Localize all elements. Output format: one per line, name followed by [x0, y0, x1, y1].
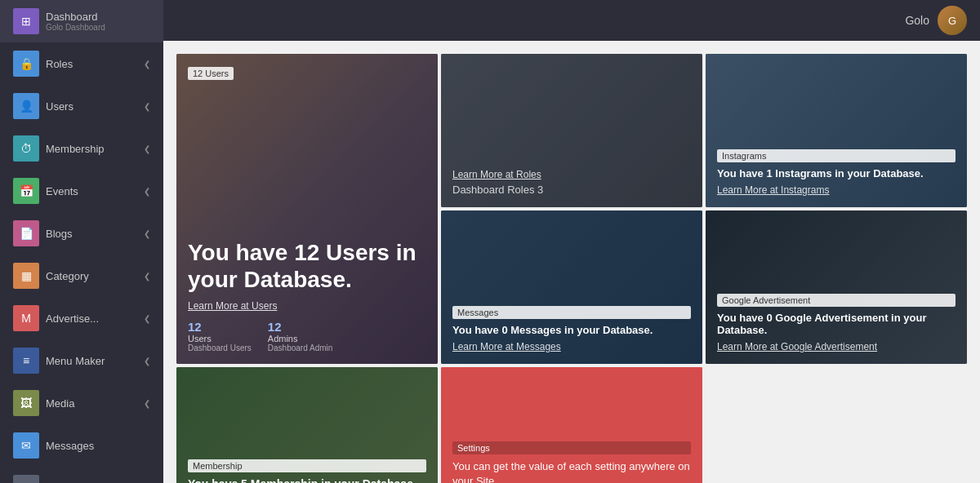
chevron-blogs-icon: ❮	[144, 229, 150, 238]
chevron-users-icon: ❮	[144, 102, 150, 111]
sidebar-label-messages: Messages	[46, 440, 94, 452]
sidebar-label-menu-maker: Menu Maker	[46, 355, 105, 367]
stat-users-num: 12	[188, 320, 252, 334]
advertise-icon: M	[13, 305, 39, 331]
header-username: Golo	[905, 14, 929, 27]
sidebar: ⊞ Dashboard Golo Dashboard 🔒 Roles ❮ 👤 U…	[0, 0, 163, 483]
main-content: 12 Users You have 12 Users in your Datab…	[163, 41, 980, 483]
chevron-events-icon: ❮	[144, 187, 150, 196]
card-membership-title: You have 5 Membership in your Database.	[188, 477, 426, 483]
card-google-link[interactable]: Learn More at Google Advertisement	[717, 341, 956, 352]
card-messages-title: You have 0 Messages in your Database.	[452, 324, 691, 336]
roles-icon: 🔒	[13, 51, 39, 77]
sidebar-item-menu-maker[interactable]: ≡ Menu Maker ❮	[0, 339, 163, 382]
card-roles-link[interactable]: Learn More at Roles	[452, 169, 691, 180]
chevron-media-icon: ❮	[144, 399, 150, 408]
card-membership-content: Membership You have 5 Membership in your…	[176, 367, 438, 483]
dashboard-grid: 12 Users You have 12 Users in your Datab…	[176, 54, 967, 483]
stat-admins-num: 12	[268, 320, 333, 334]
sidebar-label-blogs: Blogs	[46, 228, 73, 240]
sidebar-label-media: Media	[46, 397, 74, 410]
category-icon: ▦	[13, 263, 39, 289]
chevron-advertise-icon: ❮	[144, 314, 150, 323]
sidebar-label-category: Category	[46, 270, 89, 282]
menu-maker-icon: ≡	[13, 348, 39, 374]
card-settings: Settings You can get the value of each s…	[441, 367, 702, 483]
chevron-roles-icon: ❮	[144, 60, 150, 69]
card-messages-content: Messages You have 0 Messages in your Dat…	[441, 210, 702, 364]
chevron-category-icon: ❮	[144, 272, 150, 281]
stat-admins-label: Admins	[268, 334, 333, 343]
sidebar-label-users: Users	[46, 100, 74, 113]
sidebar-item-users[interactable]: 👤 Users ❮	[0, 85, 163, 127]
chevron-menu-maker-icon: ❮	[144, 357, 150, 366]
stat-users-sublabel: Dashboard Users	[188, 343, 252, 352]
card-messages: Messages You have 0 Messages in your Dat…	[441, 210, 702, 364]
sidebar-item-advertise[interactable]: M Advertise... ❮	[0, 297, 163, 339]
card-messages-badge: Messages	[452, 306, 691, 319]
card-instagram-content: Instagrams You have 1 Instagrams in your…	[706, 54, 967, 207]
sidebar-sublabel-dashboard: Golo Dashboard	[46, 23, 105, 32]
card-users-link[interactable]: Learn More at Users	[188, 300, 426, 312]
card-membership-badge: Membership	[188, 459, 426, 472]
card-settings-text: You can get the value of each setting an…	[452, 459, 691, 483]
card-google-title: You have 0 Google Advertisement in your …	[717, 312, 956, 336]
sidebar-item-dashboard[interactable]: ⊞ Dashboard Golo Dashboard	[0, 0, 163, 42]
card-roles: Learn More at Roles Dashboard Roles 3	[441, 54, 702, 207]
card-roles-content: Learn More at Roles Dashboard Roles 3	[441, 54, 702, 207]
dashboard-icon: ⊞	[13, 8, 39, 34]
media-icon: 🖼	[13, 390, 39, 416]
card-settings-content: Settings You can get the value of each s…	[441, 367, 702, 483]
card-messages-link[interactable]: Learn More at Messages	[452, 341, 691, 352]
sidebar-label-advertise: Advertise...	[46, 312, 99, 325]
avatar[interactable]: G	[938, 6, 967, 35]
sidebar-item-membership[interactable]: ⏱ Membership ❮	[0, 127, 163, 170]
sidebar-label-dashboard: Dashboard	[46, 11, 105, 23]
stat-admins-sublabel: Dashboard Admin	[268, 343, 333, 352]
card-membership: Membership You have 5 Membership in your…	[176, 367, 438, 483]
sidebar-item-events[interactable]: 📅 Events ❮	[0, 170, 163, 212]
avatar-initials: G	[948, 15, 956, 27]
blogs-icon: 📄	[13, 220, 39, 246]
card-instagram-title: You have 1 Instagrams in your Database.	[717, 167, 956, 179]
card-google: Google Advertisement You have 0 Google A…	[706, 210, 967, 364]
events-icon: 📅	[13, 178, 39, 204]
card-users-title: You have 12 Users in your Database.	[188, 239, 426, 294]
stat-users-label: Users	[188, 334, 252, 343]
membership-icon: ⏱	[13, 135, 39, 162]
card-google-content: Google Advertisement You have 0 Google A…	[706, 210, 967, 364]
card-instagram-link[interactable]: Learn More at Instagrams	[717, 184, 956, 196]
sidebar-item-media[interactable]: 🖼 Media ❮	[0, 382, 163, 424]
chevron-membership-icon: ❮	[144, 144, 150, 153]
card-google-badge: Google Advertisement	[717, 294, 956, 307]
card-users-stats: 12 Users Dashboard Users 12 Admins Dashb…	[188, 320, 426, 352]
card-users: 12 Users You have 12 Users in your Datab…	[176, 54, 438, 364]
sidebar-item-category[interactable]: ▦ Category ❮	[0, 255, 163, 297]
sidebar-label-membership: Membership	[46, 143, 105, 155]
sidebar-item-blogs[interactable]: 📄 Blogs ❮	[0, 212, 163, 255]
card-settings-badge: Settings	[452, 441, 691, 454]
header: Golo G	[163, 0, 980, 41]
settings-icon: ⚙	[13, 475, 39, 483]
sidebar-item-settings[interactable]: ⚙ Settings	[0, 467, 163, 483]
card-users-badge: 12 Users	[188, 67, 234, 80]
sidebar-label-events: Events	[46, 185, 78, 197]
sidebar-item-roles[interactable]: 🔒 Roles ❮	[0, 42, 163, 85]
sidebar-item-messages[interactable]: ✉ Messages	[0, 424, 163, 467]
messages-sidebar-icon: ✉	[13, 432, 39, 459]
sidebar-label-roles: Roles	[46, 58, 73, 70]
card-instagram: Instagrams You have 1 Instagrams in your…	[706, 54, 967, 207]
card-roles-sublabel: Dashboard Roles 3	[452, 184, 691, 196]
card-instagram-badge: Instagrams	[717, 149, 956, 162]
users-icon: 👤	[13, 93, 39, 119]
